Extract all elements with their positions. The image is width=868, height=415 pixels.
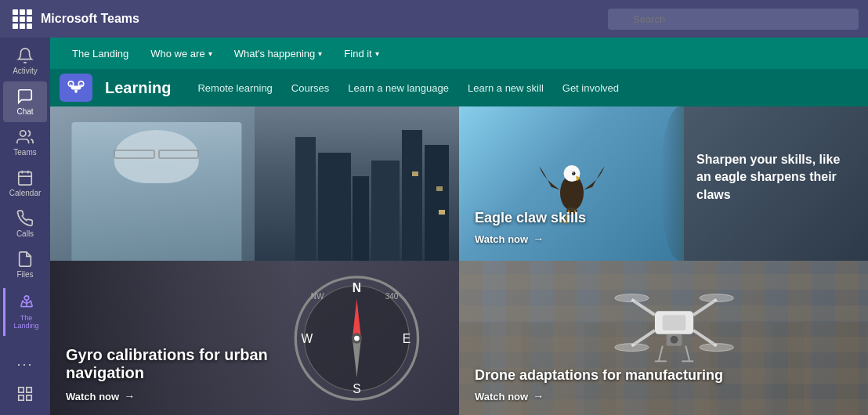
- whats-happening-chevron-icon: ▾: [318, 49, 322, 58]
- tile-drone[interactable]: Drone adaptations for manufacturing Watc…: [459, 261, 868, 415]
- svg-text:N: N: [353, 280, 361, 294]
- svg-text:NW: NW: [311, 291, 324, 300]
- more-icon: ···: [16, 356, 33, 373]
- top-bar: Microsoft Teams 🔍: [0, 0, 868, 38]
- svg-rect-12: [19, 395, 24, 400]
- sidebar-item-teams[interactable]: Teams: [3, 122, 47, 163]
- app-grid-button[interactable]: [9, 6, 34, 31]
- sidebar-item-activity[interactable]: Activity: [3, 41, 47, 81]
- svg-point-46: [614, 343, 648, 351]
- gyro-watch-now-button[interactable]: Watch now →: [66, 390, 443, 402]
- content-area: The Landing Who we are ▾ What's happenin…: [50, 38, 868, 415]
- files-icon: [16, 251, 34, 268]
- tiles-area: Sharpen your skills, like an eagle sharp…: [50, 106, 868, 415]
- nav-item-whats-happening[interactable]: What's happening ▾: [225, 43, 332, 64]
- calendar-icon: [16, 169, 34, 186]
- sidebar-item-apps[interactable]: [3, 379, 47, 409]
- learning-logo: [60, 74, 92, 102]
- svg-rect-11: [27, 388, 31, 392]
- landing-icon: [18, 294, 35, 312]
- nav-item-find-it[interactable]: Find it ▾: [335, 43, 388, 64]
- svg-rect-39: [662, 315, 685, 330]
- svg-line-6: [20, 301, 22, 307]
- nav-item-the-landing[interactable]: The Landing: [63, 43, 138, 64]
- svg-rect-10: [19, 388, 24, 392]
- eagle-tile-content: Eagle claw skills Watch now →: [475, 210, 586, 245]
- svg-point-0: [20, 131, 26, 136]
- sidebar-item-the-landing[interactable]: The Landing: [3, 288, 47, 336]
- gyro-tile-title: Gyro calibrations for urban navigation: [66, 346, 311, 382]
- eagle-arrow-icon: →: [533, 233, 544, 245]
- sidebar-item-calls-label: Calls: [16, 229, 34, 238]
- eagle-tile-title: Eagle claw skills: [475, 210, 586, 226]
- drone-logo-icon: [66, 78, 86, 98]
- svg-point-47: [700, 343, 733, 351]
- teams-icon: [16, 128, 34, 146]
- nav-bar: The Landing Who we are ▾ What's happenin…: [50, 38, 868, 69]
- eagle-side-text: Sharpen your skills, like an eagle sharp…: [696, 151, 855, 204]
- subnav-item-learn-language[interactable]: Learn a new language: [340, 78, 457, 99]
- who-we-are-chevron-icon: ▾: [208, 49, 212, 58]
- subnav-item-courses[interactable]: Courses: [284, 78, 337, 99]
- drone-arrow-icon: →: [533, 390, 544, 402]
- tile-gyro[interactable]: N S W E 340 NW: [50, 261, 459, 415]
- sub-nav: Learning Remote learning Courses Learn a…: [50, 69, 868, 106]
- drone-watch-now-button[interactable]: Watch now →: [475, 390, 852, 402]
- subnav-item-get-involved[interactable]: Get involved: [555, 78, 627, 99]
- sidebar-item-calls[interactable]: Calls: [3, 204, 47, 244]
- svg-point-22: [572, 171, 576, 175]
- svg-rect-13: [27, 395, 31, 400]
- svg-point-23: [572, 172, 573, 174]
- svg-line-7: [31, 301, 32, 307]
- chat-icon: [16, 88, 34, 105]
- sidebar-item-chat[interactable]: Chat: [3, 81, 47, 122]
- svg-point-49: [670, 336, 678, 344]
- subnav-item-remote-learning[interactable]: Remote learning: [190, 78, 280, 99]
- drone-tile-title: Drone adaptations for manufacturing: [475, 367, 758, 384]
- eagle-watch-now-button[interactable]: Watch now →: [475, 233, 586, 245]
- sidebar-item-more[interactable]: ···: [3, 350, 47, 379]
- sidebar-item-files-label: Files: [16, 270, 33, 279]
- sidebar-item-landing-label: The Landing: [9, 314, 44, 330]
- subnav-item-learn-skill[interactable]: Learn a new skill: [460, 78, 552, 99]
- sidebar-item-calendar[interactable]: Calendar: [3, 163, 47, 204]
- svg-point-5: [24, 296, 29, 301]
- calls-icon: [16, 210, 34, 227]
- search-input[interactable]: [608, 9, 859, 30]
- main-layout: Activity Chat Teams Calendar: [0, 38, 868, 415]
- activity-icon: [16, 47, 34, 64]
- svg-point-45: [700, 294, 733, 301]
- svg-rect-1: [19, 172, 32, 186]
- eagle-text-panel: Sharpen your skills, like an eagle sharp…: [684, 106, 868, 261]
- find-it-chevron-icon: ▾: [375, 49, 379, 58]
- apps-icon: [16, 385, 34, 402]
- sidebar-item-teams-label: Teams: [13, 148, 36, 157]
- sidebar-item-chat-label: Chat: [16, 107, 33, 116]
- gyro-arrow-icon: →: [124, 390, 135, 402]
- sidebar-item-files[interactable]: Files: [3, 244, 47, 285]
- gyro-tile-content: Gyro calibrations for urban navigation W…: [50, 334, 459, 415]
- svg-point-44: [614, 294, 648, 301]
- nav-item-who-we-are[interactable]: Who we are ▾: [141, 43, 221, 64]
- sidebar-item-calendar-label: Calendar: [9, 189, 42, 197]
- subnav-title: Learning: [105, 79, 171, 97]
- tile-student-city[interactable]: [50, 106, 459, 261]
- svg-text:340: 340: [385, 291, 399, 300]
- svg-rect-17: [74, 89, 77, 92]
- sidebar-item-activity-label: Activity: [13, 67, 38, 75]
- search-wrapper: 🔍: [608, 9, 859, 30]
- app-title: Microsoft Teams: [41, 12, 139, 26]
- drone-tile-content: Drone adaptations for manufacturing Watc…: [459, 355, 868, 415]
- grid-icon: [13, 9, 32, 29]
- sidebar: Activity Chat Teams Calendar: [0, 38, 50, 415]
- tile-eagle[interactable]: Sharpen your skills, like an eagle sharp…: [459, 106, 868, 261]
